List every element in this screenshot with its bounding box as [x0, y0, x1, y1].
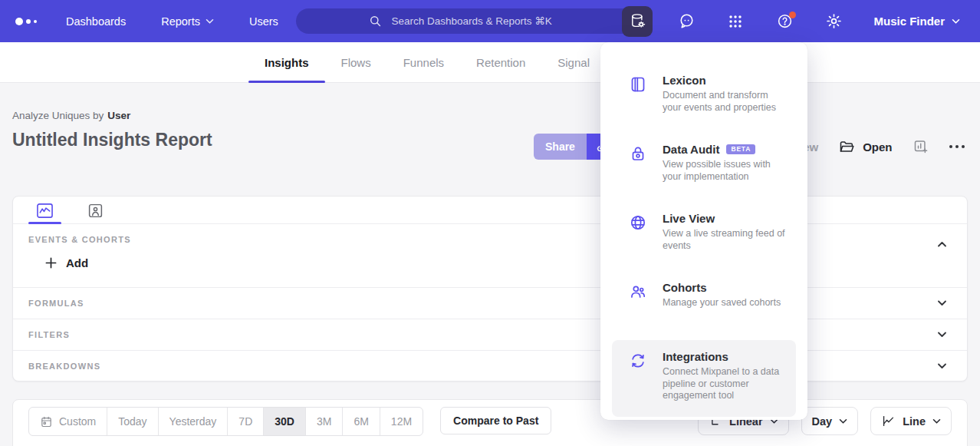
chart-controls-toolbar: Custom Today Yesterday 7D 30D 3M 6M 12M … [12, 399, 968, 446]
interval-dropdown[interactable]: Day [801, 407, 859, 435]
compare-to-past-button[interactable]: Compare to Past [440, 407, 551, 434]
expand-section-button[interactable] [937, 332, 947, 339]
share-button[interactable]: Share [534, 134, 587, 160]
menu-item-live-view[interactable]: Live View View a live streaming feed of … [612, 202, 796, 262]
query-tab-events[interactable] [28, 203, 61, 223]
lexicon-book-icon [629, 74, 647, 114]
section-label: EVENTS & COHORTS [28, 235, 952, 244]
more-options-button[interactable] [949, 145, 965, 149]
interval-label: Day [812, 415, 833, 428]
menu-item-lexicon[interactable]: Lexicon Document and transform your even… [612, 64, 796, 124]
query-builder-panel: EVENTS & COHORTS Add FORMULAS FILTERS BR… [12, 196, 968, 382]
menu-item-title: Live View [663, 212, 715, 225]
nav-link-label: Users [249, 15, 278, 28]
chevron-down-icon [839, 418, 847, 425]
analyze-prefix: Analyze Uniques by [12, 110, 104, 121]
tab-flows[interactable]: Flows [341, 42, 371, 83]
data-management-button[interactable] [622, 6, 653, 37]
nav-link-label: Dashboards [66, 15, 126, 28]
menu-item-integrations[interactable]: Integrations Connect Mixpanel to a data … [612, 340, 796, 417]
help-button[interactable] [769, 6, 800, 37]
global-search[interactable] [296, 8, 641, 34]
chevron-down-icon [937, 300, 947, 307]
range-6m[interactable]: 6M [342, 408, 379, 435]
search-icon [368, 14, 383, 28]
range-7d[interactable]: 7D [227, 408, 263, 435]
logo-dot [15, 18, 23, 25]
data-management-menu: Lexicon Document and transform your even… [600, 42, 807, 420]
range-custom[interactable]: Custom [29, 408, 107, 435]
menu-item-data-audit[interactable]: Data Audit BETA View possible issues wit… [612, 133, 796, 193]
tab-retention[interactable]: Retention [476, 42, 525, 83]
globe-icon [629, 212, 647, 252]
expand-section-button[interactable] [937, 300, 947, 307]
gear-icon [825, 12, 843, 30]
chevron-down-icon [206, 18, 214, 25]
menu-item-description: Manage your saved cohorts [663, 297, 788, 309]
chat-bubble-icon [678, 12, 696, 30]
section-label: FILTERS [28, 330, 70, 339]
menu-item-cohorts[interactable]: Cohorts Manage your saved cohorts [612, 271, 796, 331]
chart-type-dropdown[interactable]: Line [870, 407, 952, 435]
page-title[interactable]: Untitled Insights Report [12, 130, 212, 150]
analyze-entity-selector[interactable]: User [107, 110, 130, 121]
analyze-line: Analyze Uniques byUser [12, 110, 212, 121]
chevron-down-icon [937, 363, 947, 370]
messages-button[interactable] [671, 6, 702, 37]
menu-item-description: View a live streaming feed of events [663, 228, 788, 252]
chart-type-label: Line [903, 415, 926, 428]
range-yesterday[interactable]: Yesterday [158, 408, 228, 435]
chevron-down-icon [932, 418, 941, 425]
nav-link-reports[interactable]: Reports [161, 15, 214, 28]
menu-item-title: Integrations [663, 350, 728, 363]
tab-signal[interactable]: Signal [557, 42, 590, 83]
range-12m[interactable]: 12M [380, 408, 423, 435]
filters-section-row[interactable]: FILTERS [13, 319, 967, 350]
tab-insights[interactable]: Insights [265, 42, 309, 83]
open-label: Open [863, 140, 892, 154]
tab-funnels[interactable]: Funnels [403, 42, 444, 83]
project-name: Music Finder [873, 15, 945, 28]
formulas-section-row[interactable]: FORMULAS [13, 287, 967, 319]
line-chart-icon [881, 414, 896, 428]
nav-link-dashboards[interactable]: Dashboards [66, 15, 126, 28]
add-to-dashboard-button[interactable] [913, 138, 929, 155]
open-report-button[interactable]: Open [838, 138, 892, 155]
range-3m[interactable]: 3M [305, 408, 342, 435]
report-tabbar: Insights Flows Funnels Retention Signal … [0, 42, 980, 83]
people-icon [629, 281, 647, 321]
chevron-up-icon [937, 241, 947, 248]
mixpanel-logo[interactable] [15, 18, 51, 25]
events-cohorts-section: EVENTS & COHORTS Add [13, 224, 967, 287]
menu-item-description: Document and transform your events and p… [663, 90, 788, 114]
menu-item-title: Data Audit [663, 143, 719, 156]
folder-icon [838, 138, 855, 155]
nav-link-users[interactable]: Users [249, 15, 278, 28]
range-30d[interactable]: 30D [263, 408, 305, 435]
chevron-down-icon [952, 18, 960, 25]
section-label: BREAKDOWNS [28, 362, 100, 371]
search-input[interactable] [390, 15, 570, 28]
date-range-control: Custom Today Yesterday 7D 30D 3M 6M 12M [28, 407, 423, 436]
grid-dots-icon [727, 13, 744, 30]
add-label: Add [66, 256, 88, 269]
database-gear-icon [629, 12, 646, 30]
calendar-icon [40, 415, 53, 428]
beta-badge: BETA [726, 144, 755, 155]
person-tab-icon [87, 203, 104, 219]
add-event-button[interactable]: Add [45, 256, 952, 269]
settings-button[interactable] [818, 6, 849, 37]
breakdowns-section-row[interactable]: BREAKDOWNS [13, 350, 967, 382]
menu-item-title: Lexicon [663, 74, 706, 87]
project-switcher[interactable]: Music Finder [873, 15, 960, 28]
collapse-section-button[interactable] [937, 241, 947, 248]
range-label: Custom [59, 415, 96, 428]
apps-grid-button[interactable] [720, 6, 751, 37]
logo-dot [26, 19, 31, 24]
menu-item-description: View possible issues with your implement… [663, 159, 788, 183]
chevron-down-icon [937, 332, 947, 339]
range-today[interactable]: Today [107, 408, 157, 435]
expand-section-button[interactable] [937, 363, 947, 370]
query-tab-users[interactable] [80, 203, 111, 223]
sync-arrows-icon [629, 350, 647, 407]
